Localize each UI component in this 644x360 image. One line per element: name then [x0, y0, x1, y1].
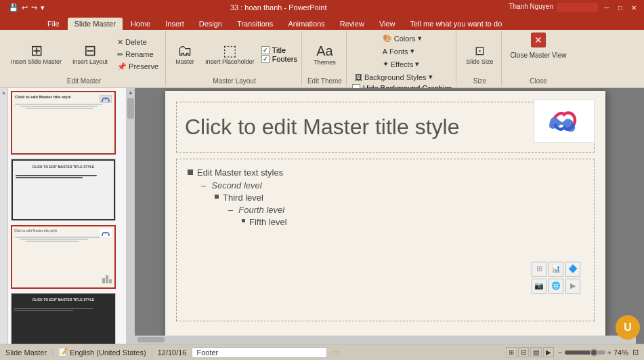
slide-thumb-container-1: 1 Click to edit Master title style: [11, 91, 123, 155]
page-num-field[interactable]: [332, 351, 339, 354]
delete-button[interactable]: ✕ Delete: [114, 37, 161, 48]
undo-qa-btn[interactable]: ↩: [21, 3, 28, 13]
insert-slide-master-button[interactable]: ⊞ Insert Slide Master: [7, 41, 66, 68]
insert-slide-master-icon: ⊞: [30, 43, 43, 58]
slide-thumb-4[interactable]: CLICK TO EDIT MASTER TITLE STYLE: [11, 293, 116, 344]
unica-watermark: U: [616, 315, 640, 340]
unica-u-letter: U: [624, 321, 632, 334]
insert-placeholder-button[interactable]: ⬚ Insert Placeholder: [201, 41, 259, 68]
thumb-line-4a: [14, 308, 93, 309]
colors-button[interactable]: 🎨 Colors ▾: [380, 33, 425, 44]
status-bar: Slide Master 📝 English (United States) 1…: [0, 344, 644, 360]
master-button[interactable]: 🗂 Master: [171, 41, 198, 68]
close-master-view-button[interactable]: Close Master View: [507, 50, 569, 60]
insert-slide-master-label: Insert Slide Master: [11, 58, 62, 65]
colors-label: Colors: [394, 35, 416, 43]
content-item-1: Edit Master text styles: [188, 167, 583, 178]
tab-home[interactable]: Home: [124, 18, 157, 30]
master-layout-checks: ✓ Title ✓ Footers: [261, 46, 297, 63]
zoom-slider[interactable]: [565, 351, 605, 355]
tab-animations[interactable]: Animations: [281, 18, 331, 30]
slide-panel-container: ▲ 1 Click to edit Master title style: [0, 88, 127, 344]
slideshow-btn[interactable]: ▶: [543, 347, 554, 357]
slide-sorter-btn[interactable]: ⊟: [518, 347, 529, 357]
panel-scroll-v[interactable]: ▲: [0, 88, 8, 344]
canvas-scroll-h-thumb[interactable]: [137, 337, 165, 342]
tab-view[interactable]: View: [372, 18, 402, 30]
master-label: Master: [175, 58, 194, 65]
background-styles-button[interactable]: 🖼 Background Styles ▾: [352, 71, 452, 83]
tab-tell-me[interactable]: Tell me what you want to do: [404, 18, 509, 30]
slide-thumb-1[interactable]: Click to edit Master title style: [11, 91, 116, 155]
canvas-scroll-thumb[interactable]: [127, 98, 134, 119]
thumb-line-2: [20, 106, 98, 107]
zoom-out-btn[interactable]: −: [558, 348, 562, 357]
colors-dropdown-icon: ▾: [418, 34, 422, 43]
thumb-logo-3: [100, 229, 112, 237]
slide-panel: 1 Click to edit Master title style: [8, 88, 127, 344]
canvas-scroll-v[interactable]: ▲: [127, 88, 135, 344]
normal-view-btn[interactable]: ⊞: [506, 347, 517, 357]
save-qa-btn[interactable]: 💾: [8, 3, 19, 13]
ph-icon-smartart: 🔷: [565, 262, 580, 277]
zoom-area: − + 74%: [558, 348, 628, 357]
close-button[interactable]: ✕: [629, 3, 639, 12]
effects-button[interactable]: ✦ Effects ▾: [380, 58, 422, 70]
zoom-slider-thumb[interactable]: [590, 348, 598, 357]
ph-icon-video: ▶: [565, 279, 580, 294]
preserve-button[interactable]: 📌 Preserve: [114, 61, 161, 73]
slide-content-area[interactable]: Edit Master text styles – Second level T…: [176, 159, 595, 321]
slide-thumb-3[interactable]: Click to edit Master title style: [11, 225, 116, 289]
size-content: ⊡ Slide Size: [462, 33, 497, 76]
ph-icon-picture: 📷: [532, 279, 546, 294]
ribbon-tabs: File Slide Master Home Insert Design Tra…: [0, 15, 644, 30]
tab-file[interactable]: File: [41, 18, 66, 30]
thumb-logo-svg-1: [101, 96, 110, 102]
maximize-button[interactable]: □: [616, 3, 625, 12]
redo-qa-btn[interactable]: ↪: [30, 3, 38, 13]
slide-size-button[interactable]: ⊡ Slide Size: [462, 41, 497, 68]
slide-title-area[interactable]: Click to edit Master title style: [176, 102, 595, 153]
more-qa-btn[interactable]: ▾: [40, 3, 45, 13]
canvas-scroll-h[interactable]: [135, 336, 636, 344]
content-text-5: Fifth level: [249, 217, 287, 227]
footers-checkbox-row[interactable]: ✓ Footers: [261, 55, 297, 63]
footers-checkbox[interactable]: ✓: [261, 55, 270, 63]
slide-size-icon: ⊡: [475, 43, 485, 58]
title-checkbox-row[interactable]: ✓ Title: [261, 46, 297, 54]
edit-master-col: ✕ Delete ✏ Rename 📌 Preserve: [114, 37, 161, 73]
thumb-lines-4: [12, 306, 115, 314]
content-text-3: Third level: [223, 193, 263, 203]
fonts-button[interactable]: A Fonts ▾: [380, 45, 417, 57]
canvas-scroll-up[interactable]: ▲: [128, 89, 133, 96]
rename-button[interactable]: ✏ Rename: [114, 49, 161, 60]
themes-button[interactable]: Aa Themes: [309, 41, 340, 68]
thumb-line-1: [15, 104, 102, 105]
effects-icon: ✦: [383, 60, 389, 68]
close-x-button[interactable]: ✕: [531, 33, 546, 47]
tab-review[interactable]: Review: [333, 18, 371, 30]
tab-transitions[interactable]: Transitions: [230, 18, 280, 30]
tab-design[interactable]: Design: [192, 18, 229, 30]
tab-slide-master[interactable]: Slide Master: [68, 18, 123, 30]
zoom-in-btn[interactable]: +: [607, 348, 611, 357]
reading-view-btn[interactable]: ▤: [530, 347, 542, 357]
size-group-label: Size: [473, 76, 486, 85]
insert-layout-button[interactable]: ⊟ Insert Layout: [68, 41, 112, 68]
fit-btn[interactable]: ⊡: [632, 348, 639, 357]
scroll-up-arrow[interactable]: ▲: [1, 89, 7, 96]
slide-thumb-2[interactable]: CLICK TO EDIT MASTER TITLE STYLE: [11, 159, 116, 221]
status-divider-2: [152, 348, 152, 357]
minimize-button[interactable]: ─: [602, 3, 611, 12]
footers-checkbox-label: Footers: [272, 55, 297, 63]
thumb-lines-1: [12, 102, 114, 111]
language-area[interactable]: 📝 English (United States): [58, 348, 146, 357]
bullet-3: [215, 195, 219, 199]
tab-insert[interactable]: Insert: [158, 18, 191, 30]
title-checkbox[interactable]: ✓: [261, 46, 270, 54]
edit-theme-group-label: Edit Theme: [307, 76, 342, 85]
content-item-2: – Second level: [188, 180, 583, 191]
master-icon: 🗂: [177, 43, 192, 58]
footer-field[interactable]: Footer: [192, 347, 327, 358]
thumb-line-2b: [16, 177, 83, 178]
